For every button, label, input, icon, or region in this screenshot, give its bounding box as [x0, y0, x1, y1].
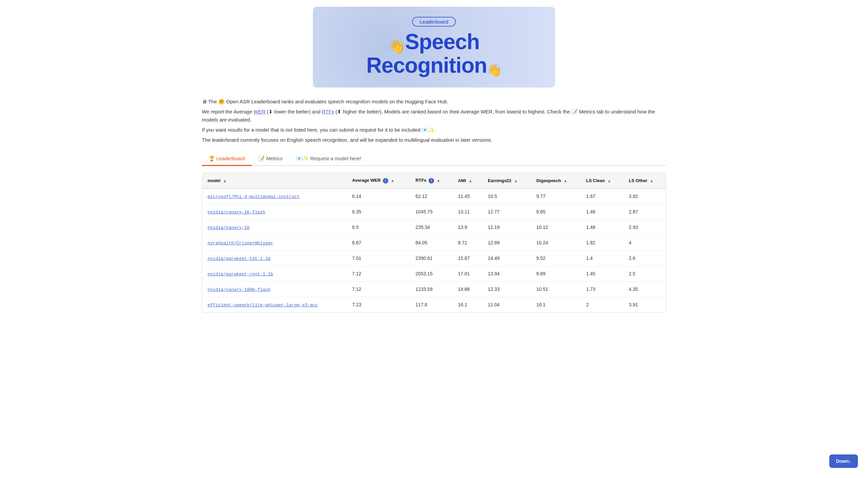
- desc-line4: The leaderboard currently focuses on Eng…: [202, 136, 666, 144]
- cell-avg_wer: 7.12: [347, 266, 410, 281]
- cell-earnings22: 12.19: [483, 219, 531, 235]
- model-link[interactable]: efficient-speech/lite-whisper-large-v3-a…: [208, 303, 318, 308]
- model-link[interactable]: microsoft/Phi-4-multimodal-instruct: [208, 194, 300, 199]
- col-rtfx[interactable]: RTFx i ▲: [410, 173, 453, 188]
- table-body: microsoft/Phi-4-multimodal-instruct6.146…: [202, 188, 666, 312]
- cell-ls_other: 3.91: [623, 297, 666, 312]
- cell-avg_wer: 6.5: [347, 219, 410, 235]
- cell-avg_wer: 7.12: [347, 281, 410, 297]
- cell-ls_clean: 2: [581, 297, 623, 312]
- model-cell: nvidia/parakeet-rnnt-1.1b: [202, 266, 347, 281]
- cell-rtfx: 1045.75: [410, 204, 453, 219]
- hero-emoji-right: 👋: [487, 63, 502, 77]
- cell-ls_other: 2.6: [623, 250, 666, 266]
- cell-rtfx: 2390.61: [410, 250, 453, 266]
- rtfx-info-icon: i: [429, 178, 434, 183]
- cell-avg_wer: 6.14: [347, 188, 410, 204]
- table-header-row: model ▲ Average WER i ▲ RTFx i ▲ AMI ▲ E…: [202, 173, 666, 188]
- cell-earnings22: 12.89: [483, 235, 531, 250]
- avg-wer-sort-icon: ▲: [391, 178, 395, 182]
- desc-line3: If you want results for a model that is …: [202, 126, 666, 134]
- col-earnings22[interactable]: Earnings22 ▲: [483, 173, 531, 188]
- cell-ls_other: 3.82: [623, 188, 666, 204]
- cell-earnings22: 10.5: [483, 188, 531, 204]
- wer-link[interactable]: WER: [254, 109, 266, 115]
- tab-request-model[interactable]: 📧✨ Request a model here!: [289, 152, 368, 166]
- cell-ls_clean: 1.67: [581, 188, 623, 204]
- model-link[interactable]: nvidia/canary-1b-flash: [208, 210, 266, 215]
- model-cell: nyrahealth/CrisperWhisper: [202, 235, 347, 250]
- cell-rtfx: 2053.15: [410, 266, 453, 281]
- cell-ami: 11.45: [453, 188, 483, 204]
- cell-gigaspeech: 10.51: [531, 281, 581, 297]
- table-row: nvidia/canary-1b6.5235.3413.912.1910.121…: [202, 219, 666, 235]
- model-link[interactable]: nvidia/canary-1b: [208, 225, 250, 230]
- tab-metrics[interactable]: 📝 Metrics: [252, 152, 289, 166]
- col-ls-other[interactable]: LS Other ▲: [623, 173, 666, 188]
- model-cell: nvidia/canary-1b: [202, 219, 347, 235]
- earnings22-sort-icon: ▲: [514, 179, 518, 183]
- leaderboard-pill: Leaderboard: [412, 17, 456, 27]
- cell-ami: 16.1: [453, 297, 483, 312]
- cell-earnings22: 11.04: [483, 297, 531, 312]
- cell-ls_clean: 1.48: [581, 204, 623, 219]
- hero-banner: Leaderboard 👋Speech Recognition👋: [313, 7, 555, 88]
- model-link[interactable]: nvidia/parakeet-rnnt-1.1b: [208, 272, 273, 277]
- ami-sort-icon: ▲: [469, 179, 472, 183]
- cell-gigaspeech: 10.1: [531, 297, 581, 312]
- cell-gigaspeech: 9.52: [531, 250, 581, 266]
- cell-earnings22: 13.94: [483, 266, 531, 281]
- table-row: microsoft/Phi-4-multimodal-instruct6.146…: [202, 188, 666, 204]
- ls-clean-sort-icon: ▲: [608, 179, 611, 183]
- avg-wer-info-icon: i: [383, 178, 388, 183]
- hero-emoji-left: 👋: [389, 39, 405, 54]
- cell-avg_wer: 7.01: [347, 250, 410, 266]
- cell-gigaspeech: 10.12: [531, 219, 581, 235]
- cell-avg_wer: 6.35: [347, 204, 410, 219]
- cell-ls_other: 4: [623, 235, 666, 250]
- ls-other-sort-icon: ▲: [650, 179, 654, 183]
- hero-title: 👋Speech Recognition👋: [326, 30, 542, 78]
- rtfx-link[interactable]: RTFx: [322, 109, 334, 115]
- col-gigaspeech[interactable]: Gigaspeech ▲: [531, 173, 581, 188]
- cell-ls_other: 2.5: [623, 266, 666, 281]
- cell-earnings22: 14.49: [483, 250, 531, 266]
- model-link[interactable]: nvidia/canary-180m-flash: [208, 287, 271, 292]
- col-avg-wer[interactable]: Average WER i ▲: [347, 173, 410, 188]
- cell-ls_clean: 1.45: [581, 266, 623, 281]
- leaderboard-table: model ▲ Average WER i ▲ RTFx i ▲ AMI ▲ E…: [202, 173, 666, 312]
- cell-ami: 15.87: [453, 250, 483, 266]
- table-row: efficient-speech/lite-whisper-large-v3-a…: [202, 297, 666, 312]
- col-ls-clean[interactable]: LS Clean ▲: [581, 173, 623, 188]
- leaderboard-table-container: model ▲ Average WER i ▲ RTFx i ▲ AMI ▲ E…: [202, 173, 666, 313]
- cell-ls_clean: 1.73: [581, 281, 623, 297]
- cell-ls_clean: 1.4: [581, 250, 623, 266]
- desc-line2: We report the Average WER (⬇ lower the b…: [202, 108, 666, 124]
- cell-rtfx: 84.05: [410, 235, 453, 250]
- cell-gigaspeech: 9.77: [531, 188, 581, 204]
- cell-ls_other: 2.87: [623, 204, 666, 219]
- cell-ami: 13.11: [453, 204, 483, 219]
- model-cell: efficient-speech/lite-whisper-large-v3-a…: [202, 297, 347, 312]
- model-sort-icon: ▲: [223, 179, 227, 183]
- table-row: nvidia/canary-180m-flash7.121233.5814.86…: [202, 281, 666, 297]
- table-row: nvidia/canary-1b-flash6.351045.7513.1112…: [202, 204, 666, 219]
- cell-ls_clean: 1.48: [581, 219, 623, 235]
- cell-rtfx: 1233.58: [410, 281, 453, 297]
- tabs-container: 🏆 Leaderboard 📝 Metrics 📧✨ Request a mod…: [202, 152, 666, 166]
- col-ami[interactable]: AMI ▲: [453, 173, 483, 188]
- model-cell: nvidia/parakeet-tdt-1.1b: [202, 250, 347, 266]
- model-cell: microsoft/Phi-4-multimodal-instruct: [202, 188, 347, 204]
- model-link[interactable]: nvidia/parakeet-tdt-1.1b: [208, 256, 271, 261]
- cell-ls_other: 4.35: [623, 281, 666, 297]
- cell-gigaspeech: 9.89: [531, 266, 581, 281]
- cell-avg_wer: 6.67: [347, 235, 410, 250]
- cell-earnings22: 12.77: [483, 204, 531, 219]
- cell-rtfx: 235.34: [410, 219, 453, 235]
- model-link[interactable]: nyrahealth/CrisperWhisper: [208, 241, 273, 246]
- col-model[interactable]: model ▲: [202, 173, 347, 188]
- model-cell: nvidia/canary-1b-flash: [202, 204, 347, 219]
- tab-leaderboard[interactable]: 🏆 Leaderboard: [202, 152, 252, 166]
- cell-ami: 17.01: [453, 266, 483, 281]
- desc-line1: 🖥 The 🤗 Open ASR Leaderboard ranks and e…: [202, 98, 666, 106]
